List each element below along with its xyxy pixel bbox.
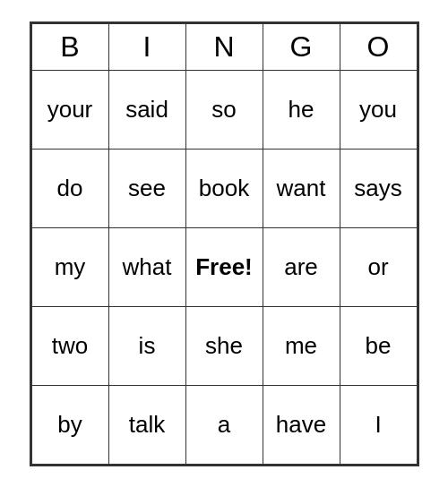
table-cell: two <box>31 306 108 385</box>
table-row: mywhatFree!areor <box>31 227 417 306</box>
table-row: yoursaidsoheyou <box>31 70 417 149</box>
table-cell: he <box>263 70 340 149</box>
table-cell: I <box>340 385 417 464</box>
table-cell: book <box>185 149 263 227</box>
table-cell: be <box>340 306 417 385</box>
table-row: doseebookwantsays <box>31 149 417 227</box>
table-cell: my <box>31 227 108 306</box>
table-cell: or <box>340 227 417 306</box>
header-n: N <box>185 23 263 70</box>
header-i: I <box>108 23 185 70</box>
table-cell: see <box>108 149 185 227</box>
bingo-card: B I N G O yoursaidsoheyoudoseebookwantsa… <box>30 21 419 466</box>
table-cell: you <box>340 70 417 149</box>
table-cell: your <box>31 70 108 149</box>
table-cell: a <box>185 385 263 464</box>
table-cell: have <box>263 385 340 464</box>
header-g: G <box>263 23 340 70</box>
table-row: twoisshemebe <box>31 306 417 385</box>
table-cell: Free! <box>185 227 263 306</box>
table-cell: said <box>108 70 185 149</box>
header-row: B I N G O <box>31 23 417 70</box>
bingo-table: B I N G O yoursaidsoheyoudoseebookwantsa… <box>31 23 418 465</box>
table-cell: what <box>108 227 185 306</box>
table-cell: so <box>185 70 263 149</box>
header-b: B <box>31 23 108 70</box>
bingo-body: yoursaidsoheyoudoseebookwantsaysmywhatFr… <box>31 70 417 464</box>
table-cell: do <box>31 149 108 227</box>
table-cell: talk <box>108 385 185 464</box>
table-cell: by <box>31 385 108 464</box>
table-row: bytalkahaveI <box>31 385 417 464</box>
table-cell: says <box>340 149 417 227</box>
table-cell: are <box>263 227 340 306</box>
table-cell: she <box>185 306 263 385</box>
table-cell: me <box>263 306 340 385</box>
header-o: O <box>340 23 417 70</box>
table-cell: is <box>108 306 185 385</box>
table-cell: want <box>263 149 340 227</box>
